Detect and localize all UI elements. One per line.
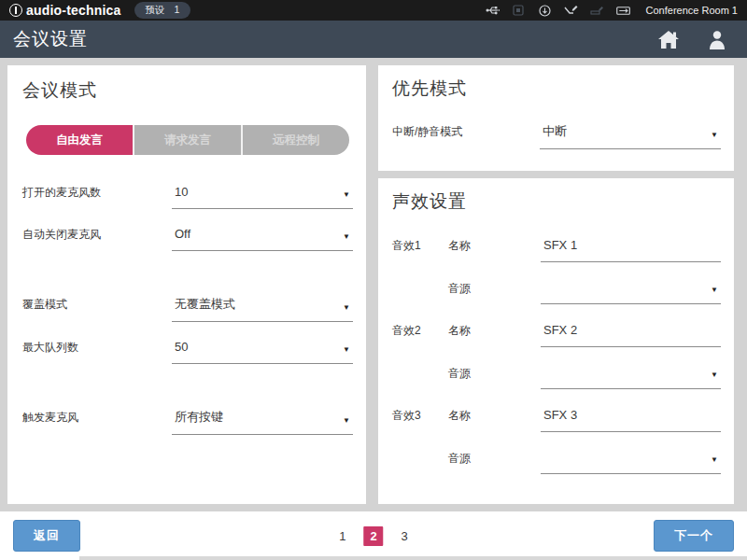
chevron-down-icon: ▼ bbox=[711, 371, 718, 379]
sfx-settings-panel: 声效设置 音效1 名称 SFX 1 音源 ▼ bbox=[378, 178, 734, 504]
meter-icon bbox=[616, 5, 630, 17]
preset-badge-label: 预设 bbox=[146, 4, 165, 17]
page-1[interactable]: 1 bbox=[335, 527, 349, 545]
sfx1-name-row: 音效1 名称 SFX 1 bbox=[392, 234, 721, 262]
sfx2-name-input[interactable]: SFX 2 bbox=[541, 319, 721, 347]
tab-label: 请求发言 bbox=[164, 133, 211, 148]
chevron-down-icon: ▼ bbox=[343, 190, 350, 199]
field-value: SFX 3 bbox=[543, 408, 577, 422]
content-area: 会议模式 自由发言 请求发言 远程控制 打开的麦克风数 10 ▼ 自动关闭麦克风… bbox=[0, 58, 747, 511]
sync-icon bbox=[538, 5, 552, 17]
tab-label: 自由发言 bbox=[56, 133, 103, 148]
sfx2-label: 音效2 bbox=[392, 319, 448, 339]
brand-logo: audio-technica bbox=[9, 3, 121, 18]
top-status-bar: audio-technica 预设 1 Conference Room 1 bbox=[0, 0, 747, 21]
page-3[interactable]: 3 bbox=[398, 527, 412, 545]
preset-badge-value: 1 bbox=[175, 4, 180, 17]
sfx3-source-select[interactable]: ▼ bbox=[541, 447, 721, 474]
chevron-down-icon: ▼ bbox=[711, 131, 718, 139]
preset-badge[interactable]: 预设 1 bbox=[134, 2, 191, 19]
chevron-down-icon: ▼ bbox=[711, 286, 718, 294]
trigger-mic-row: 触发麦克风 所有按键 ▼ bbox=[22, 406, 353, 435]
sfx1-name-input[interactable]: SFX 1 bbox=[541, 234, 721, 262]
chevron-down-icon: ▼ bbox=[343, 232, 350, 241]
stop-icon bbox=[512, 5, 526, 17]
page-header: 会议设置 bbox=[0, 21, 747, 58]
sfx-settings-title: 声效设置 bbox=[392, 189, 721, 214]
interrupt-mute-mode-row: 中断/静音模式 中断 ▼ bbox=[392, 120, 721, 149]
next-button[interactable]: 下一个 bbox=[654, 520, 734, 552]
field-label: 中断/静音模式 bbox=[392, 120, 540, 140]
field-value: Off bbox=[175, 227, 190, 241]
tab-label: 远程控制 bbox=[273, 133, 319, 148]
sfx2-source-row: 音源 ▼ bbox=[392, 362, 721, 389]
interrupt-mute-mode-select[interactable]: 中断 ▼ bbox=[540, 120, 721, 149]
priority-mode-title: 优先模式 bbox=[392, 77, 721, 101]
override-mode-select[interactable]: 无覆盖模式 ▼ bbox=[172, 293, 353, 322]
field-label: 自动关闭麦克风 bbox=[22, 223, 172, 243]
page-2[interactable]: 2 bbox=[364, 526, 384, 546]
field-value: 无覆盖模式 bbox=[175, 297, 235, 311]
sfx3-label: 音效3 bbox=[392, 404, 448, 424]
trigger-mic-select[interactable]: 所有按键 ▼ bbox=[172, 406, 353, 435]
sfx1-source-select[interactable]: ▼ bbox=[541, 277, 721, 304]
max-queue-select[interactable]: 50 ▼ bbox=[172, 336, 353, 364]
room-name: Conference Room 1 bbox=[646, 5, 738, 16]
chevron-down-icon: ▼ bbox=[711, 455, 718, 464]
spacer bbox=[392, 362, 448, 366]
field-label: 覆盖模式 bbox=[22, 293, 172, 313]
audio-technica-logo-icon bbox=[9, 4, 22, 17]
source-label: 音源 bbox=[448, 362, 541, 382]
page-title: 会议设置 bbox=[13, 27, 88, 51]
sfx2-name-row: 音效2 名称 SFX 2 bbox=[392, 319, 721, 347]
footer-bar: 返回 1 2 3 下一个 bbox=[0, 511, 747, 560]
field-label: 打开的麦克风数 bbox=[22, 181, 172, 201]
field-value: 所有按键 bbox=[175, 410, 223, 424]
field-value: 10 bbox=[175, 185, 188, 199]
pagination: 1 2 3 bbox=[335, 526, 411, 546]
field-label: 触发麦克风 bbox=[22, 406, 172, 426]
conference-mode-title: 会议模式 bbox=[22, 78, 353, 103]
profile-button[interactable] bbox=[708, 30, 726, 49]
horizontal-scrollbar[interactable] bbox=[0, 556, 747, 560]
auto-mic-off-select[interactable]: Off ▼ bbox=[172, 223, 353, 251]
source-label: 音源 bbox=[448, 277, 541, 297]
sfx1-label: 音效1 bbox=[392, 234, 448, 254]
name-label: 名称 bbox=[448, 404, 541, 424]
field-value: 中断 bbox=[543, 124, 567, 138]
override-mode-row: 覆盖模式 无覆盖模式 ▼ bbox=[22, 293, 353, 322]
spacer bbox=[392, 447, 448, 451]
source-label: 音源 bbox=[448, 447, 541, 467]
auto-mic-off-row: 自动关闭麦克风 Off ▼ bbox=[22, 223, 353, 251]
chevron-down-icon: ▼ bbox=[343, 416, 350, 425]
horizontal-scrollbar-track bbox=[79, 556, 747, 560]
sfx3-name-row: 音效3 名称 SFX 3 bbox=[392, 404, 721, 432]
field-label: 最大队列数 bbox=[22, 336, 172, 356]
sfx3-name-input[interactable]: SFX 3 bbox=[541, 404, 721, 432]
chevron-down-icon: ▼ bbox=[343, 345, 350, 354]
back-button[interactable]: 返回 bbox=[13, 520, 80, 552]
name-label: 名称 bbox=[448, 234, 541, 254]
priority-mode-panel: 优先模式 中断/静音模式 中断 ▼ bbox=[378, 65, 734, 171]
field-value: 50 bbox=[175, 340, 188, 354]
conference-mode-panel: 会议模式 自由发言 请求发言 远程控制 打开的麦克风数 10 ▼ 自动关闭麦克风… bbox=[7, 65, 366, 504]
open-mic-count-row: 打开的麦克风数 10 ▼ bbox=[22, 181, 353, 209]
usb-icon bbox=[486, 5, 500, 17]
edit-icon bbox=[564, 5, 578, 17]
field-value: SFX 2 bbox=[543, 323, 577, 337]
sfx2-source-select[interactable]: ▼ bbox=[541, 362, 721, 389]
sfx3-source-row: 音源 ▼ bbox=[392, 447, 721, 474]
open-mic-count-select[interactable]: 10 ▼ bbox=[172, 181, 353, 209]
tab-remote-control[interactable]: 远程控制 bbox=[241, 125, 349, 155]
spacer bbox=[392, 277, 448, 281]
tab-request-talk[interactable]: 请求发言 bbox=[133, 125, 241, 155]
sfx1-source-row: 音源 ▼ bbox=[392, 277, 721, 304]
conference-mode-tabs: 自由发言 请求发言 远程控制 bbox=[26, 125, 349, 155]
home-button[interactable] bbox=[657, 30, 680, 49]
max-queue-row: 最大队列数 50 ▼ bbox=[22, 336, 353, 364]
brand-name: audio-technica bbox=[26, 3, 121, 18]
name-label: 名称 bbox=[448, 319, 541, 339]
tab-free-talk[interactable]: 自由发言 bbox=[26, 125, 133, 155]
chevron-down-icon: ▼ bbox=[343, 303, 350, 312]
field-value: SFX 1 bbox=[543, 238, 577, 252]
